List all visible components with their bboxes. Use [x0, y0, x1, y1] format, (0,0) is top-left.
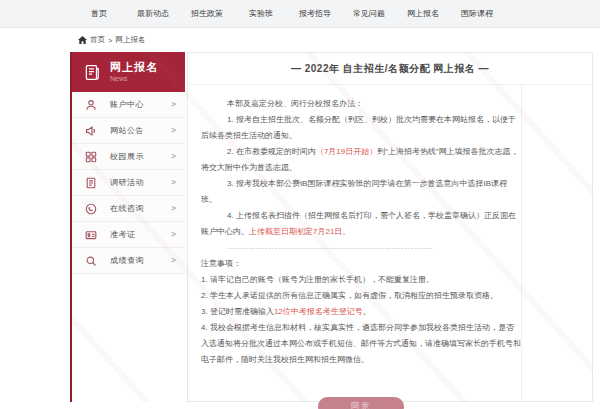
breadcrumb-current: 网上报名	[115, 35, 145, 45]
news-icon	[83, 63, 102, 82]
sidebar-subtitle: News	[110, 75, 158, 83]
sidebar-menu: 账户中心 > 网站公告 > 校园展示 > 调研	[72, 92, 185, 274]
sidebar-item-account-center[interactable]: 账户中心 >	[72, 92, 185, 118]
step-1: 1. 报考自主招生批次、名额分配（到区、到校）批次均需要在本网站报名，以便于后续…	[201, 112, 521, 144]
breadcrumb-separator: >	[108, 36, 112, 45]
phone-icon	[85, 203, 97, 215]
chevron-right-icon: >	[171, 178, 176, 187]
notice-3: 3. 登记时需准确输入12位中考报名考生登记号。	[201, 304, 521, 320]
intro-text: 本部及嘉定分校、闵行分校报名办法：	[201, 96, 521, 112]
sidebar-item-score-inquiry[interactable]: 成绩查询 >	[72, 248, 185, 274]
sidebar-item-campus-showcase[interactable]: 校园展示 >	[72, 144, 185, 170]
main-panel: — 2022年 自主招生/名额分配 网上报名 — 本部及嘉定分校、闵行分校报名办…	[187, 52, 593, 402]
dashed-divider: ----------------------------------------…	[201, 242, 433, 253]
sidebar: 网上报名 News 账户中心 > 网站公告 >	[70, 52, 185, 402]
content-area: 网上报名 News 账户中心 > 网站公告 >	[70, 52, 593, 402]
button-row: 同意	[201, 397, 521, 409]
chevron-right-icon: >	[171, 152, 176, 161]
nav-item-admission-policy[interactable]: 招生政策	[180, 8, 234, 19]
nav-item-exam-guide[interactable]: 报考指导	[288, 8, 342, 19]
step-3: 3. 报考我校本部公费IB国际课程实验班的同学请在第一步首选意向中选择IB课程班…	[201, 176, 521, 208]
sidebar-item-site-announcements[interactable]: 网站公告 >	[72, 118, 185, 144]
breadcrumb: 首页 > 网上报名	[0, 30, 600, 50]
sidebar-title: 网上报名	[110, 61, 158, 73]
step-4: 4. 上传报名表扫描件（招生网报名后打印，需个人签名，学校盖章确认）正反面在账户…	[201, 208, 521, 240]
megaphone-icon	[85, 125, 97, 137]
page-title: — 2022年 自主招生/名额分配 网上报名 —	[188, 53, 592, 85]
chevron-right-icon: >	[171, 204, 176, 213]
home-icon	[78, 36, 87, 44]
sidebar-item-label: 在线咨询	[110, 203, 171, 214]
nav-item-international-courses[interactable]: 国际课程	[450, 8, 504, 19]
sidebar-header: 网上报名 News	[72, 52, 185, 92]
nav-item-online-registration[interactable]: 网上报名	[396, 8, 450, 19]
nav-item-latest-news[interactable]: 最新动态	[126, 8, 180, 19]
top-nav: 首页 最新动态 招生政策 实验班 报考指导 常见问题 网上报名 国际课程	[0, 0, 600, 28]
user-icon	[85, 99, 97, 111]
notice-title: 注意事项：	[201, 256, 521, 272]
sidebar-item-online-consultation[interactable]: 在线咨询 >	[72, 196, 185, 222]
nav-item-experimental-class[interactable]: 实验班	[234, 8, 288, 19]
registration-instructions: 本部及嘉定分校、闵行分校报名办法： 1. 报考自主招生批次、名额分配（到区、到校…	[188, 85, 522, 401]
sidebar-item-research-activities[interactable]: 调研活动 >	[72, 170, 185, 196]
sidebar-item-label: 账户中心	[110, 99, 171, 110]
nav-item-faq[interactable]: 常见问题	[342, 8, 396, 19]
sidebar-item-admission-ticket[interactable]: 准考证 >	[72, 222, 185, 248]
sidebar-item-label: 网站公告	[110, 125, 171, 136]
document-icon	[85, 177, 97, 189]
sidebar-item-label: 成绩查询	[110, 255, 171, 266]
step-2: 2. 在市教委规定的时间内（7月19日开始）到“上海招考热线”网上填报各批次志愿…	[201, 144, 521, 176]
notice-4: 4. 我校会根据考生信息和材料，核实真实性，遴选部分同学参加我校各类招生活动，是…	[201, 320, 521, 368]
chevron-right-icon: >	[171, 126, 176, 135]
breadcrumb-home[interactable]: 首页	[90, 35, 105, 45]
sidebar-item-label: 准考证	[110, 229, 171, 240]
chevron-right-icon: >	[171, 256, 176, 265]
sidebar-item-label: 校园展示	[110, 151, 171, 162]
id-card-icon	[85, 229, 97, 241]
grid-icon	[85, 151, 97, 163]
search-icon	[85, 255, 97, 267]
agree-button[interactable]: 同意	[318, 397, 404, 409]
notice-1: 1. 请牢记自己的账号（账号为注册的家长手机），不能重复注册。	[201, 272, 521, 288]
nav-item-home[interactable]: 首页	[72, 8, 126, 19]
notice-2: 2. 学生本人承诺提供的所有信息正确属实，如有虚假，取消相应的招生预录取资格。	[201, 288, 521, 304]
chevron-right-icon: >	[171, 230, 176, 239]
sidebar-item-label: 调研活动	[110, 177, 171, 188]
chevron-right-icon: >	[171, 100, 176, 109]
